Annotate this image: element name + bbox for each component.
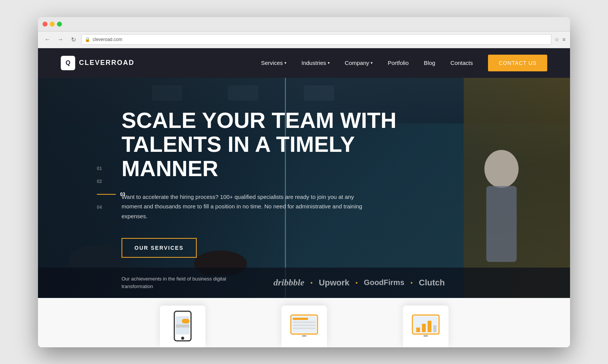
svg-rect-13 (293, 325, 316, 326)
chevron-down-icon: ▾ (328, 61, 330, 65)
website-content: Q CLEVERROAD Services ▾ Industries ▾ (38, 48, 570, 347)
chevron-down-icon: ▾ (371, 61, 373, 65)
nav-item-company[interactable]: Company ▾ (345, 60, 373, 66)
nav-item-contact-cta[interactable]: CONTACT US (488, 55, 547, 71)
menu-icon[interactable]: ≡ (562, 36, 565, 43)
dribbble-logo: dribbble (273, 277, 304, 288)
svg-rect-21 (433, 325, 436, 332)
address-bar[interactable]: 🔒 cleveroad.com (81, 34, 551, 45)
nav-item-industries[interactable]: Industries ▾ (302, 60, 330, 66)
close-button[interactable] (43, 22, 47, 27)
svg-rect-20 (428, 321, 431, 332)
browser-toolbar: ← → ↻ 🔒 cleveroad.com ☆ ≡ (38, 32, 570, 48)
maximize-button[interactable] (57, 22, 62, 27)
nav-link-blog[interactable]: Blog (424, 60, 435, 66)
address-text: cleveroad.com (93, 37, 122, 42)
nav-item-blog[interactable]: Blog (424, 60, 435, 66)
dot-separator-2: ● (355, 280, 358, 285)
phone-icon (171, 309, 194, 344)
nav-link-contacts[interactable]: Contacts (450, 60, 473, 66)
traffic-lights (43, 22, 62, 27)
nav-item-contacts[interactable]: Contacts (450, 60, 473, 66)
analytics-icon (411, 313, 441, 340)
hero-bottom-bar: Our achievements in the field of busines… (38, 268, 570, 298)
back-button[interactable]: ← (43, 35, 52, 44)
browser-titlebar (38, 17, 570, 32)
service-preview-2 (281, 306, 327, 347)
partners-logos: dribbble ● Upwork ● GoodFirms ● Clutch (273, 277, 445, 288)
nav-link-services[interactable]: Services ▾ (261, 60, 286, 66)
forward-button[interactable]: → (55, 35, 65, 44)
svg-rect-11 (293, 318, 308, 320)
bookmark-icon[interactable]: ☆ (554, 36, 559, 43)
svg-point-6 (181, 337, 184, 340)
nav-link-portfolio[interactable]: Portfolio (388, 60, 409, 66)
svg-rect-19 (422, 324, 426, 332)
nav-item-portfolio[interactable]: Portfolio (388, 60, 409, 66)
logo-link[interactable]: Q CLEVERROAD (61, 56, 134, 70)
svg-rect-22 (423, 335, 428, 337)
chevron-down-icon: ▾ (284, 61, 286, 65)
contact-us-button[interactable]: CONTACT US (488, 55, 547, 71)
hero-content: SCALE YOUR TEAM WITH TALENTS IN A TIMELY… (38, 78, 570, 258)
svg-rect-12 (293, 321, 316, 323)
minimize-button[interactable] (50, 22, 55, 27)
logo-icon: Q (61, 56, 75, 70)
hero-section: 01 02 03 04 SCALE YOUR TEAM WITH TALENTS… (38, 78, 570, 298)
dot-separator-3: ● (411, 280, 413, 285)
upwork-logo: Upwork (319, 278, 349, 288)
svg-rect-7 (182, 319, 190, 323)
clutch-logo: Clutch (419, 278, 445, 288)
svg-rect-15 (302, 335, 306, 337)
achievement-text: Our achievements in the field of busines… (122, 275, 228, 290)
svg-rect-18 (416, 328, 420, 332)
svg-rect-8 (176, 325, 190, 328)
nav-link-industries[interactable]: Industries ▾ (302, 60, 330, 66)
logo-text: CLEVERROAD (79, 59, 134, 67)
goodfirms-logo: GoodFirms (364, 278, 404, 287)
service-preview-3 (403, 306, 448, 347)
navbar: Q CLEVERROAD Services ▾ Industries ▾ (38, 48, 570, 78)
nav-link-company[interactable]: Company ▾ (345, 60, 373, 66)
refresh-button[interactable]: ↻ (68, 35, 78, 44)
below-fold-section (38, 298, 570, 347)
tablet-icon (289, 313, 319, 340)
nav-item-services[interactable]: Services ▾ (261, 60, 286, 66)
lock-icon: 🔒 (85, 37, 90, 42)
browser-window: ← → ↻ 🔒 cleveroad.com ☆ ≡ Q CLEVERROAD S… (38, 17, 570, 347)
hero-description: Want to accelerate the hiring process? 1… (122, 192, 368, 221)
nav-links: Services ▾ Industries ▾ Company ▾ (261, 55, 547, 71)
svg-rect-14 (293, 328, 316, 329)
dot-separator-1: ● (310, 280, 313, 285)
hero-cta-button[interactable]: OUR SERVICES (122, 238, 197, 258)
service-preview-1 (160, 306, 205, 347)
hero-title: SCALE YOUR TEAM WITH TALENTS IN A TIMELY… (122, 108, 425, 181)
